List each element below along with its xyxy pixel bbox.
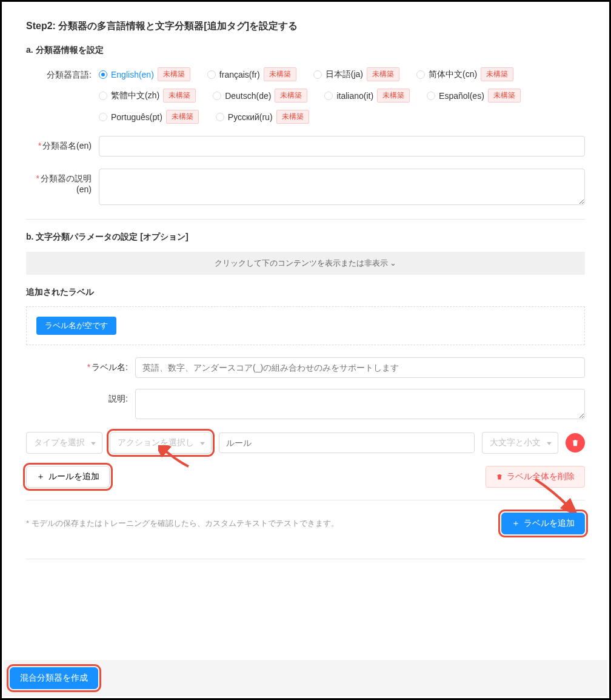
status-badge: 未構築: [275, 89, 307, 103]
classifier-desc-input[interactable]: [99, 169, 585, 205]
divider: [26, 559, 585, 559]
radio-label: Español(es): [439, 91, 484, 101]
classifier-desc-label: *分類器の説明(en): [26, 169, 99, 194]
status-badge: 未構築: [163, 89, 196, 103]
status-badge: 未構築: [276, 110, 309, 124]
radio-label: 日本語(ja): [326, 69, 363, 80]
radio-label: Deutsch(de): [225, 91, 271, 101]
language-radio-6[interactable]: italiano(it)未構築: [324, 89, 410, 103]
classifier-name-field: [99, 136, 585, 156]
classifier-desc-row: *分類器の説明(en): [26, 169, 585, 207]
radio-label: 简体中文(cn): [429, 69, 477, 80]
trash-icon: [496, 473, 503, 480]
classifier-name-row: *分類器名(en): [26, 136, 585, 156]
label-form: *ラベル名: 説明:: [26, 357, 585, 421]
required-star: *: [38, 141, 41, 150]
language-label: 分類器言語:: [26, 65, 99, 81]
radio-icon: [99, 70, 107, 79]
label-container: ラベル名が空です: [26, 306, 585, 345]
trash-icon: [571, 439, 579, 447]
language-radio-0[interactable]: English(en)未構築: [99, 67, 190, 81]
status-badge: 未構築: [158, 67, 190, 81]
plus-icon: ＋: [36, 471, 45, 482]
action-select[interactable]: アクションを選択し: [110, 432, 212, 454]
rule-actions-row: ＋ ルールを追加 ラベル全体を削除: [26, 466, 585, 488]
section-a-label: a. 分類器情報を設定: [26, 45, 585, 56]
language-group: English(en)未構築français(fr)未構築日本語(ja)未構築简…: [99, 65, 585, 124]
classifier-name-input[interactable]: [99, 136, 585, 156]
status-badge: 未構築: [481, 67, 513, 81]
note-row: * モデルの保存またはトレーニングを確認したら、カスタムテキストでテストできます…: [26, 500, 585, 534]
required-star: *: [36, 173, 39, 183]
step-title: Step2: 分類器の多言語情報と文字分類器[追加タグ]を設定する: [26, 20, 585, 33]
plus-icon: ＋: [512, 518, 520, 529]
radio-icon: [216, 113, 224, 121]
label-name-label: *ラベル名:: [62, 357, 135, 373]
radio-label: Português(pt): [111, 112, 162, 122]
create-classifier-button[interactable]: 混合分類器を作成: [10, 667, 98, 689]
divider: [26, 219, 585, 220]
classifier-name-label: *分類器名(en): [26, 136, 99, 152]
label-name-row: *ラベル名:: [62, 357, 585, 378]
language-row: 分類器言語: English(en)未構築français(fr)未構築日本語(…: [26, 65, 585, 124]
label-name-input[interactable]: [135, 357, 585, 378]
classifier-desc-field: [99, 169, 585, 207]
radio-label: English(en): [111, 70, 154, 79]
language-radio-1[interactable]: français(fr)未構築: [207, 67, 296, 81]
radio-icon: [313, 70, 322, 79]
main-content: Step2: 分類器の多言語情報と文字分類器[追加タグ]を設定する a. 分類器…: [2, 2, 609, 584]
language-radio-3[interactable]: 简体中文(cn)未構築: [416, 67, 513, 81]
required-star: *: [87, 362, 90, 372]
case-select[interactable]: 大文字と小文: [482, 432, 558, 454]
radio-label: français(fr): [219, 70, 260, 79]
radio-icon: [427, 92, 435, 100]
app-frame: Step2: 分類器の多言語情報と文字分類器[追加タグ]を設定する a. 分類器…: [0, 0, 611, 700]
label-desc-field: [135, 389, 585, 421]
note-text: * モデルの保存またはトレーニングを確認したら、カスタムテキストでテストできます…: [26, 518, 339, 529]
radio-icon: [324, 92, 333, 100]
section-b-label: b. 文字分類パラメータの設定 [オプション]: [26, 232, 585, 243]
radio-label: 繁體中文(zh): [111, 90, 159, 101]
language-radio-9[interactable]: Русский(ru)未構築: [216, 110, 309, 124]
add-label-button[interactable]: ＋ ラベルを追加: [501, 513, 585, 534]
rule-input[interactable]: [219, 432, 475, 453]
radio-icon: [213, 92, 221, 100]
language-radio-2[interactable]: 日本語(ja)未構築: [313, 67, 399, 81]
radio-label: Русский(ru): [228, 112, 273, 122]
language-radio-8[interactable]: Português(pt)未構築: [99, 110, 199, 124]
delete-rule-button[interactable]: [566, 433, 585, 453]
language-radio-7[interactable]: Español(es)未構築: [427, 89, 521, 103]
status-badge: 未構築: [166, 110, 199, 124]
delete-label-button[interactable]: ラベル全体を削除: [486, 466, 585, 488]
radio-icon: [99, 92, 107, 100]
radio-icon: [207, 70, 216, 79]
label-desc-label: 説明:: [62, 389, 135, 405]
radio-label: italiano(it): [336, 91, 373, 101]
status-badge: 未構築: [488, 89, 521, 103]
add-rule-button[interactable]: ＋ ルールを追加: [26, 466, 110, 488]
collapse-toggle[interactable]: クリックして下のコンテンツを表示または非表示 ⌄: [26, 252, 585, 275]
rule-row: タイプを選択 アクションを選択し 大文字と小文: [26, 432, 585, 454]
chevron-down-icon: ⌄: [390, 258, 396, 268]
footer-bar: 混合分類器を作成: [4, 660, 607, 696]
status-badge: 未構築: [264, 67, 296, 81]
language-radio-4[interactable]: 繁體中文(zh)未構築: [99, 89, 196, 103]
type-select[interactable]: タイプを選択: [26, 432, 102, 454]
radio-icon: [99, 113, 107, 121]
language-radio-5[interactable]: Deutsch(de)未構築: [213, 89, 307, 103]
label-name-field: [135, 357, 585, 378]
radio-icon: [416, 70, 425, 79]
status-badge: 未構築: [377, 89, 410, 103]
status-badge: 未構築: [367, 67, 399, 81]
label-desc-row: 説明:: [62, 389, 585, 421]
label-desc-input[interactable]: [135, 389, 585, 419]
empty-label-pill[interactable]: ラベル名が空です: [36, 317, 116, 335]
added-label-title: 追加されたラベル: [26, 287, 585, 298]
